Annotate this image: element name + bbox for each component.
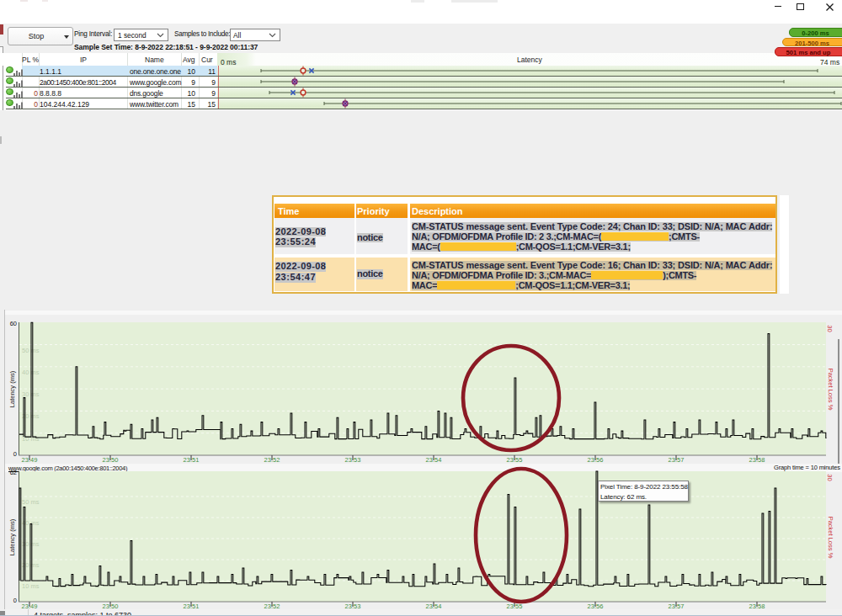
svg-text:10 ms: 10 ms [22,582,40,590]
svg-text:50 ms: 50 ms [22,498,40,506]
